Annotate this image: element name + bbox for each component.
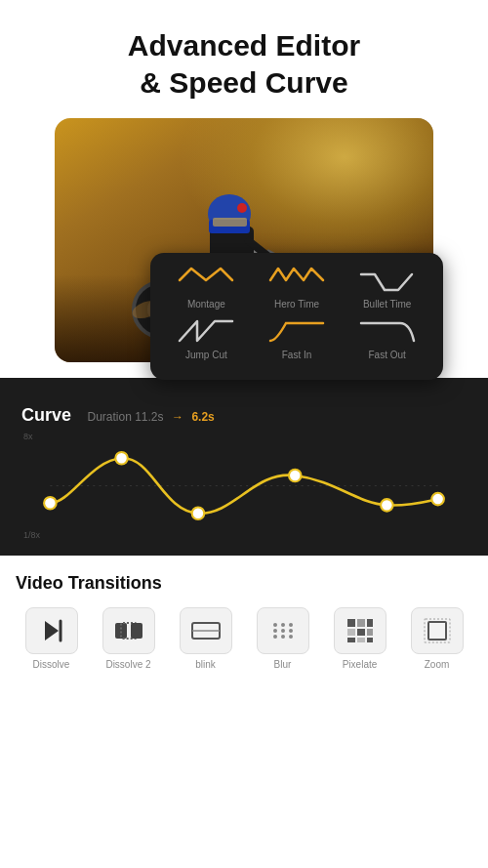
preset-hero-time-label: Hero Time: [274, 299, 319, 310]
preset-jump-cut[interactable]: Jump Cut: [163, 315, 250, 360]
svg-rect-41: [367, 629, 373, 636]
svg-rect-10: [213, 218, 247, 227]
zoom-icon-box[interactable]: [411, 607, 464, 654]
transitions-section: Video Transitions Dissolve: [0, 556, 488, 689]
svg-rect-42: [347, 638, 355, 642]
transitions-row: Dissolve Dissolve 2: [16, 607, 472, 670]
transition-dissolve[interactable]: Dissolve: [16, 607, 87, 670]
svg-rect-39: [347, 629, 355, 636]
svg-rect-38: [367, 619, 373, 627]
axis-label-top: 8x: [23, 432, 33, 441]
preset-fast-out-label: Fast Out: [369, 350, 406, 360]
svg-point-15: [115, 452, 128, 465]
svg-rect-37: [357, 619, 365, 627]
preset-jump-cut-label: Jump Cut: [185, 350, 227, 360]
svg-point-35: [289, 635, 293, 639]
svg-marker-20: [45, 621, 59, 641]
svg-point-18: [381, 499, 393, 512]
blur-label: Blur: [274, 659, 292, 670]
svg-point-31: [281, 629, 285, 633]
preset-fast-in[interactable]: Fast In: [254, 315, 341, 360]
pixelate-icon-box[interactable]: [334, 607, 386, 654]
page-title: Advanced Editor & Speed Curve: [0, 0, 488, 118]
curve-header: Curve Duration 11.2s → 6.2s: [21, 405, 467, 426]
svg-point-28: [281, 623, 285, 627]
preset-bullet-time[interactable]: Bullet Time: [344, 265, 430, 310]
dissolve-icon-box[interactable]: [25, 607, 78, 654]
transition-dissolve2[interactable]: Dissolve 2: [93, 607, 164, 670]
curve-new-duration: 6.2s: [191, 410, 214, 424]
preset-montage[interactable]: Montage: [163, 265, 250, 310]
dissolve-label: Dissolve: [33, 659, 70, 670]
svg-point-16: [192, 507, 205, 519]
preset-row-1: Montage Hero Time Bullet Time: [163, 265, 430, 310]
preset-montage-label: Montage: [187, 299, 225, 310]
svg-point-33: [273, 635, 277, 639]
curve-arrow: →: [172, 410, 183, 424]
axis-label-bottom: 1/8x: [23, 530, 40, 540]
svg-point-17: [289, 470, 302, 482]
curve-duration: Duration 11.2s: [87, 410, 163, 424]
curve-section: Curve Duration 11.2s → 6.2s 8x 1/8x: [0, 378, 488, 556]
svg-point-32: [289, 629, 293, 633]
svg-rect-44: [367, 638, 373, 642]
title-text: Advanced Editor & Speed Curve: [128, 29, 360, 99]
svg-rect-45: [428, 622, 446, 640]
blink-icon-box[interactable]: [180, 607, 232, 654]
transition-pixelate[interactable]: Pixelate: [324, 607, 395, 670]
svg-point-30: [273, 629, 277, 633]
svg-point-27: [273, 623, 277, 627]
svg-rect-40: [357, 629, 365, 636]
transition-zoom[interactable]: Zoom: [401, 607, 472, 670]
svg-point-11: [237, 203, 247, 213]
transitions-title: Video Transitions: [16, 573, 472, 594]
preset-fast-in-label: Fast In: [282, 350, 312, 360]
curve-svg: [21, 430, 467, 542]
zoom-label: Zoom: [425, 659, 450, 670]
curve-graph[interactable]: 8x 1/8x: [21, 430, 467, 542]
preset-fast-out[interactable]: Fast Out: [344, 315, 430, 360]
preset-row-2: Jump Cut Fast In Fast Out: [163, 315, 430, 360]
svg-rect-43: [357, 638, 365, 642]
svg-point-19: [431, 493, 444, 506]
transition-blur[interactable]: Blur: [247, 607, 318, 670]
svg-rect-24: [131, 623, 142, 639]
speed-curve-panel: Montage Hero Time Bullet Time: [150, 253, 443, 380]
dissolve2-label: Dissolve 2: [105, 659, 150, 670]
blur-icon-box[interactable]: [257, 607, 309, 654]
media-section: Montage Hero Time Bullet Time: [55, 118, 433, 362]
curve-title: Curve: [21, 405, 71, 425]
pixelate-label: Pixelate: [343, 659, 378, 670]
transition-blink[interactable]: blink: [170, 607, 241, 670]
svg-point-34: [281, 635, 285, 639]
svg-rect-36: [347, 619, 355, 627]
preset-bullet-time-label: Bullet Time: [363, 299, 411, 310]
svg-point-29: [289, 623, 293, 627]
blink-label: blink: [195, 659, 216, 670]
preset-hero-time[interactable]: Hero Time: [254, 265, 341, 310]
dissolve2-icon-box[interactable]: [102, 607, 155, 654]
svg-point-14: [44, 497, 57, 510]
